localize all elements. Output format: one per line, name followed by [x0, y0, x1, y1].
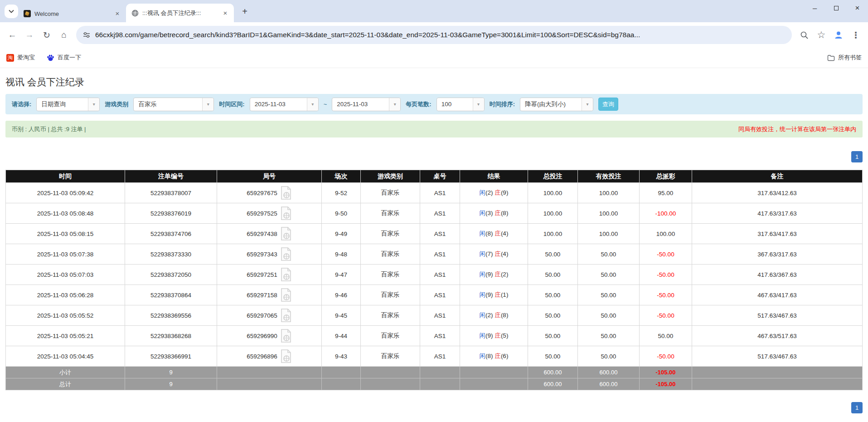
- col-valid-bet: 有效投注: [578, 170, 640, 183]
- subtotal-count: 9: [125, 367, 217, 378]
- cell-note: 417.63/367.63: [692, 265, 863, 285]
- cell-payout: -100.00: [640, 203, 692, 224]
- page-size-select[interactable]: 100 ▾: [436, 98, 485, 111]
- total-label: 总计: [6, 378, 125, 390]
- table-row: 2025-11-03 05:05:52 522938369556 6592970…: [6, 305, 863, 326]
- result-banker: 庄: [495, 210, 501, 216]
- cell-total-bet-link[interactable]: 50.00: [528, 346, 578, 367]
- cell-note: 467.63/417.63: [692, 285, 863, 305]
- result-banker-score: (8): [501, 210, 509, 216]
- cell-total-bet-link[interactable]: 50.00: [528, 326, 578, 346]
- subtotal-total-bet: 600.00: [528, 367, 578, 378]
- cell-bet-id: 522938374706: [125, 224, 217, 244]
- zoom-icon[interactable]: [796, 27, 812, 43]
- total-count: 9: [125, 378, 217, 390]
- tab-bet-records[interactable]: :::视讯 会员下注纪录::: ×: [126, 4, 234, 22]
- cell-bet-id: 522938366991: [125, 346, 217, 367]
- result-player: 闲: [480, 271, 486, 278]
- home-button[interactable]: ⌂: [56, 27, 72, 43]
- tab-close-icon[interactable]: ×: [113, 10, 121, 18]
- game-type-select[interactable]: 百家乐 ▾: [133, 98, 214, 111]
- cell-total-bet-link[interactable]: 50.00: [528, 244, 578, 265]
- page-1-button[interactable]: 1: [851, 402, 863, 413]
- date-end-select[interactable]: 2025-11-03 ▾: [332, 98, 401, 111]
- tab-close-icon[interactable]: ×: [221, 9, 229, 17]
- col-table: 桌号: [420, 170, 460, 183]
- cell-total-bet-link[interactable]: 100.00: [528, 183, 578, 203]
- cell-total-bet-link[interactable]: 100.00: [528, 224, 578, 244]
- site-info-icon[interactable]: [82, 31, 91, 39]
- bookmark-taobao[interactable]: 淘 爱淘宝: [6, 54, 35, 62]
- game-type-label: 游戏类别: [105, 100, 128, 108]
- cell-result: 闲(3) 庄(8): [460, 203, 528, 224]
- cell-payout: 100.00: [640, 224, 692, 244]
- video-replay-button[interactable]: [280, 288, 292, 302]
- result-player: 闲: [480, 312, 486, 319]
- cell-session: 9-43: [322, 346, 361, 367]
- cell-game: 百家乐: [361, 285, 420, 305]
- minimize-button[interactable]: ─: [804, 0, 825, 16]
- cell-payout: -50.00: [640, 244, 692, 265]
- globe-icon: [131, 10, 139, 17]
- result-banker: 庄: [495, 189, 501, 196]
- video-replay-button[interactable]: [280, 349, 292, 363]
- time-sort-select[interactable]: 降幂(由大到小) ▾: [520, 98, 593, 111]
- close-window-button[interactable]: ×: [847, 0, 868, 16]
- page-size-label: 每页笔数:: [406, 100, 431, 108]
- video-replay-button[interactable]: [280, 186, 292, 200]
- video-file-icon: [280, 308, 292, 323]
- video-file-icon: [280, 247, 292, 261]
- maximize-button[interactable]: [825, 0, 847, 16]
- tab-search-button[interactable]: [5, 5, 18, 18]
- search-button[interactable]: 查询: [598, 98, 618, 111]
- pagination-bottom: 1: [5, 402, 863, 413]
- video-file-icon: [280, 226, 292, 241]
- cell-result: 闲(7) 庄(4): [460, 244, 528, 265]
- video-replay-button[interactable]: [280, 226, 292, 241]
- dropdown-arrow-icon: ▾: [582, 98, 593, 111]
- forward-button[interactable]: →: [22, 27, 37, 43]
- result-banker: 庄: [495, 353, 501, 359]
- page-title: 视讯 会员下注纪录: [5, 76, 863, 88]
- time-sort-label: 时间排序:: [490, 100, 515, 108]
- cell-valid-bet: 100.00: [578, 224, 640, 244]
- date-start-value: 2025-11-03: [250, 101, 307, 108]
- cell-round: 659297251: [217, 265, 322, 285]
- video-replay-button[interactable]: [280, 329, 292, 343]
- video-replay-button[interactable]: [280, 308, 292, 323]
- tab-welcome[interactable]: Welcome ×: [18, 5, 126, 22]
- page-1-button[interactable]: 1: [851, 151, 863, 162]
- query-type-select[interactable]: 日期查询 ▾: [36, 98, 100, 111]
- cell-total-bet-link[interactable]: 50.00: [528, 305, 578, 326]
- result-banker: 庄: [495, 291, 501, 298]
- cell-total-bet-link[interactable]: 50.00: [528, 265, 578, 285]
- video-replay-button[interactable]: [280, 267, 292, 282]
- all-bookmarks-button[interactable]: 所有书签: [827, 54, 862, 62]
- bookmark-baidu[interactable]: 百度一下: [47, 54, 81, 62]
- url-bar[interactable]: 66cxkj98.com/game/betrecord_search/kind3…: [76, 26, 792, 44]
- result-player: 闲: [480, 291, 486, 298]
- profile-avatar-icon[interactable]: [831, 27, 846, 43]
- cell-time: 2025-11-03 05:05:21: [6, 326, 125, 346]
- video-replay-button[interactable]: [280, 206, 292, 221]
- summary-bar: 币别 : 人民币 | 总共 :9 注单 | 同局有效投注，统一计算在该局第一张注…: [5, 121, 863, 137]
- bookmark-star-icon[interactable]: ☆: [814, 27, 829, 43]
- video-replay-button[interactable]: [280, 247, 292, 261]
- cell-total-bet-link[interactable]: 50.00: [528, 285, 578, 305]
- subtotal-row: 小计 9 600.00 600.00 -105.00: [6, 367, 863, 378]
- cell-time: 2025-11-03 05:07:03: [6, 265, 125, 285]
- new-tab-button[interactable]: +: [238, 5, 251, 18]
- cell-total-bet-link[interactable]: 100.00: [528, 203, 578, 224]
- bookmark-label: 百度一下: [58, 54, 81, 62]
- tab-title: Welcome: [34, 10, 110, 17]
- menu-icon[interactable]: ⋮: [848, 27, 863, 43]
- cell-round: 659297065: [217, 305, 322, 326]
- dropdown-arrow-icon: ▾: [389, 98, 400, 111]
- reload-button[interactable]: ↻: [39, 27, 54, 43]
- back-button[interactable]: ←: [5, 27, 20, 43]
- date-start-select[interactable]: 2025-11-03 ▾: [250, 98, 319, 111]
- cell-round: 659297438: [217, 224, 322, 244]
- cell-valid-bet: 50.00: [578, 285, 640, 305]
- time-range-label: 时间区间:: [219, 100, 244, 108]
- result-player-score: (7): [485, 250, 493, 257]
